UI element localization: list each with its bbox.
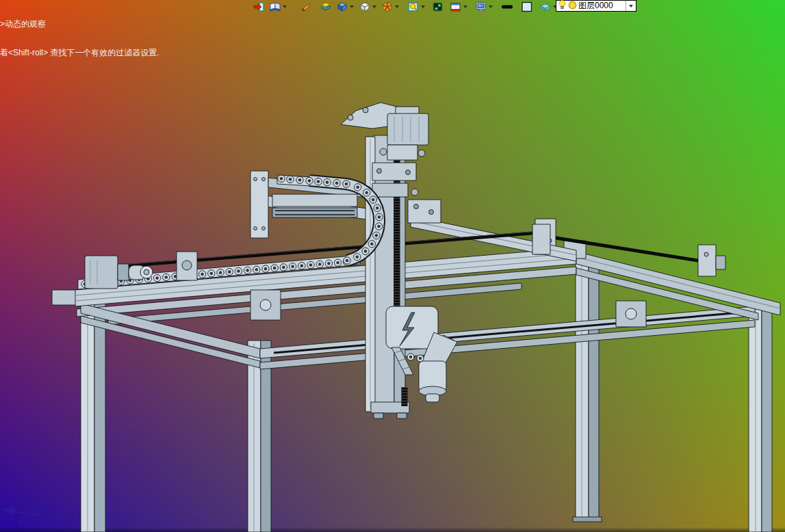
orange-segments-icon[interactable] xyxy=(381,1,394,12)
magnifier-doc-dropdown-chevron[interactable] xyxy=(420,3,426,10)
window-frame-dropdown-chevron[interactable] xyxy=(463,3,468,10)
notebook-dropdown-chevron[interactable] xyxy=(282,3,287,10)
layer-combobox[interactable]: 图层0000 xyxy=(556,0,636,12)
orange-segments-dropdown-chevron[interactable] xyxy=(394,3,400,10)
notebook-icon[interactable] xyxy=(269,1,281,12)
view-toolbar xyxy=(253,1,562,12)
exit-icon[interactable] xyxy=(253,1,265,12)
status-line-2: 着<Shift-roll> 查找下一个有效的过滤器设置. xyxy=(0,48,159,57)
3d-viewport[interactable]: y >动态的观察 着<Shift-roll> 查找下一个有效的过滤器设置. 图层… xyxy=(0,0,785,532)
blue-cube-dropdown-chevron[interactable] xyxy=(349,3,355,10)
ring-icon xyxy=(568,0,577,12)
teal-slab-icon[interactable] xyxy=(539,1,552,12)
status-text: >动态的观察 着<Shift-roll> 查找下一个有效的过滤器设置. xyxy=(0,0,159,77)
svg-text:y: y xyxy=(18,516,24,526)
blue-cube-icon[interactable] xyxy=(336,1,348,12)
magnifier-doc-icon[interactable] xyxy=(407,1,420,12)
monitor-dropdown-chevron[interactable] xyxy=(488,3,493,10)
color-swatch-icon[interactable] xyxy=(521,1,533,12)
box-lid-icon[interactable] xyxy=(320,1,332,12)
white-cube-dropdown-chevron[interactable] xyxy=(372,3,377,10)
monitor-icon[interactable] xyxy=(475,1,487,12)
ucs-axis-indicator: y xyxy=(0,502,55,531)
gantry-robot-3d-model[interactable] xyxy=(0,0,785,532)
status-line-1: >动态的观察 xyxy=(0,19,159,29)
dark-panel-icon[interactable] xyxy=(432,1,444,12)
layer-combobox-dropdown-arrow[interactable] xyxy=(626,1,636,11)
bulb-icon xyxy=(558,0,566,12)
line-width-icon[interactable] xyxy=(501,1,513,12)
pencil-icon[interactable] xyxy=(300,1,313,12)
white-cube-icon[interactable] xyxy=(359,1,371,12)
window-frame-icon[interactable] xyxy=(450,1,462,12)
layer-combobox-value: 图层0000 xyxy=(578,0,626,12)
